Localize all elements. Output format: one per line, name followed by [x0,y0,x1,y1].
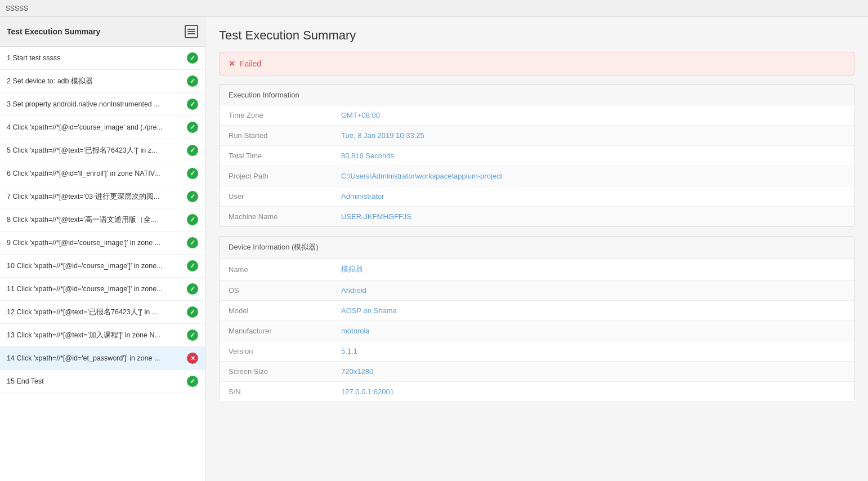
row-label: Project Path [220,166,332,186]
table-row: Run StartedTue, 8 Jan 2019 10:33:25 [220,126,854,146]
pass-icon [187,122,198,133]
page-title: Test Execution Summary [219,28,854,43]
row-value: USER-JKFMHGFFJS [332,207,854,227]
row-value: AOSP on Shama [332,301,854,321]
table-row: Name模拟器 [220,259,854,280]
sidebar-item-label: 15 End Test [7,377,182,385]
sidebar-item[interactable]: 2 Set device to: adb:模拟器 [0,70,205,93]
table-row: S/N127.0.0.1:62001 [220,382,854,402]
sidebar-item-label: 5 Click 'xpath=//*[@text='已报名76423人']' i… [7,146,182,155]
pass-icon [187,306,198,318]
execution-info-section: Execution Information Time ZoneGMT+08:00… [219,84,854,227]
pass-icon [187,52,198,64]
sidebar-item[interactable]: 12 Click 'xpath=//*[@text='已报名76423人']' … [0,301,205,324]
sidebar-item[interactable]: 13 Click 'xpath=//*[@text='加入课程']' in zo… [0,324,205,347]
sidebar-item[interactable]: 3 Set property android.native.nonInstrum… [0,93,205,116]
table-row: Total Time80.816 Seconds [220,146,854,166]
failed-label: Failed [240,59,261,68]
sidebar-item[interactable]: 1 Start test sssss [0,47,205,70]
table-row: ModelAOSP on Shama [220,301,854,321]
sidebar-item[interactable]: 4 Click 'xpath=//*[@id='course_image' an… [0,116,205,139]
pass-icon [187,168,198,179]
sidebar-item-label: 3 Set property android.native.nonInstrum… [7,100,182,108]
row-value: Administrator [332,186,854,207]
row-value: 720x1280 [332,362,854,382]
row-value: C:\Users\Administrator\workspace\appium-… [332,166,854,186]
sidebar-item[interactable]: 9 Click 'xpath=//*[@id='course_image']' … [0,231,205,255]
row-label: Manufacturer [220,321,332,341]
device-info-header: Device Information (模拟器) [220,237,854,259]
row-value: Android [332,280,854,301]
pass-icon [187,260,198,271]
table-row: Version5.1.1 [220,341,854,362]
pass-icon [187,145,198,156]
table-row: Time ZoneGMT+08:00 [220,105,854,126]
row-label: Name [220,259,332,280]
row-value: 127.0.0.1:62001 [332,382,854,402]
pass-icon [187,75,198,87]
pass-icon [187,329,198,341]
row-label: Time Zone [220,105,332,126]
sidebar: Test Execution Summary 1 Start test ssss… [0,17,205,481]
execution-info-table: Time ZoneGMT+08:00Run StartedTue, 8 Jan … [220,105,854,226]
sidebar-item-label: 1 Start test sssss [7,54,182,62]
pass-icon [187,237,198,248]
sidebar-item-label: 7 Click 'xpath=//*[@text='03-进行更深层次的阅... [7,192,182,202]
sidebar-item[interactable]: 8 Click 'xpath=//*[@text='高一语文通用版（全... [0,208,205,231]
sidebar-header-label: Test Execution Summary [7,27,100,36]
pass-icon [187,283,198,295]
pass-icon [187,214,198,225]
table-row: UserAdministrator [220,186,854,207]
sidebar-header: Test Execution Summary [0,17,205,47]
sidebar-item-label: 8 Click 'xpath=//*[@text='高一语文通用版（全... [7,215,182,225]
row-value: Tue, 8 Jan 2019 10:33:25 [332,126,854,146]
row-value: 80.816 Seconds [332,146,854,166]
row-value: 5.1.1 [332,341,854,362]
row-label: Machine Name [220,207,332,227]
main-content: Test Execution Summary ✕ Failed Executio… [205,17,868,481]
row-value: GMT+08:00 [332,105,854,126]
sidebar-item-label: 13 Click 'xpath=//*[@text='加入课程']' in zo… [7,331,182,340]
main-layout: Test Execution Summary 1 Start test ssss… [0,17,868,481]
sidebar-item[interactable]: 7 Click 'xpath=//*[@text='03-进行更深层次的阅... [0,185,205,208]
table-row: Project PathC:\Users\Administrator\works… [220,166,854,186]
row-value: 模拟器 [332,259,854,280]
app-title-bar: SSSSS [0,0,868,17]
table-row: Machine NameUSER-JKFMHGFFJS [220,207,854,227]
row-label: Version [220,341,332,362]
execution-info-header: Execution Information [220,85,854,105]
failed-icon: ✕ [229,59,235,68]
sidebar-item-label: 11 Click 'xpath=//*[@id='course_image']'… [7,285,182,293]
row-value: motorola [332,321,854,341]
sidebar-item-label: 6 Click 'xpath=//*[@id='ll_enroll']' in … [7,170,182,177]
list-view-icon[interactable] [185,25,198,38]
device-info-section: Device Information (模拟器) Name模拟器OSAndroi… [219,236,854,402]
fail-icon [187,353,198,364]
device-info-table: Name模拟器OSAndroidModelAOSP on ShamaManufa… [220,259,854,402]
sidebar-item[interactable]: 10 Click 'xpath=//*[@id='course_image']'… [0,255,205,278]
sidebar-item[interactable]: 5 Click 'xpath=//*[@text='已报名76423人']' i… [0,139,205,162]
sidebar-item[interactable]: 14 Click 'xpath=//*[@id='et_password']' … [0,347,205,370]
row-label: OS [220,280,332,301]
sidebar-item-label: 2 Set device to: adb:模拟器 [7,77,182,86]
row-label: Total Time [220,146,332,166]
pass-icon [187,99,198,110]
row-label: S/N [220,382,332,402]
sidebar-item[interactable]: 6 Click 'xpath=//*[@id='ll_enroll']' in … [0,162,205,185]
sidebar-item-label: 10 Click 'xpath=//*[@id='course_image']'… [7,262,182,270]
failed-banner: ✕ Failed [219,52,854,75]
table-row: Manufacturermotorola [220,321,854,341]
table-row: Screen Size720x1280 [220,362,854,382]
sidebar-item-label: 14 Click 'xpath=//*[@id='et_password']' … [7,354,182,362]
sidebar-scroll[interactable]: 1 Start test sssss2 Set device to: adb:模… [0,47,205,481]
row-label: Run Started [220,126,332,146]
app-title: SSSSS [6,5,28,12]
sidebar-item-label: 12 Click 'xpath=//*[@text='已报名76423人']' … [7,308,182,317]
pass-icon [187,376,198,387]
row-label: User [220,186,332,207]
sidebar-item[interactable]: 11 Click 'xpath=//*[@id='course_image']'… [0,278,205,301]
sidebar-item[interactable]: 15 End Test [0,370,205,393]
table-row: OSAndroid [220,280,854,301]
row-label: Screen Size [220,362,332,382]
sidebar-item-label: 9 Click 'xpath=//*[@id='course_image']' … [7,239,182,247]
